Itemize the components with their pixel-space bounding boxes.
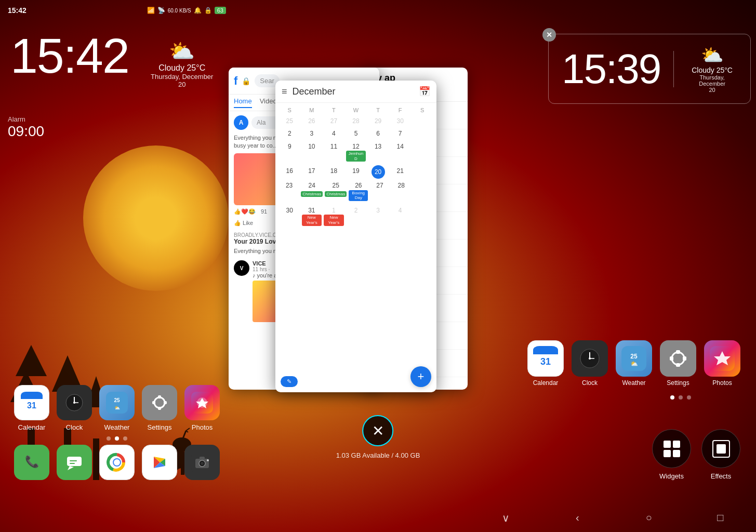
widgets-label: Widgets bbox=[659, 472, 684, 480]
dot-1 bbox=[107, 436, 111, 441]
right-close-button[interactable]: ✕ bbox=[542, 28, 556, 42]
christmas-eve-event: Christmas bbox=[301, 191, 323, 197]
right-app-weather[interactable]: 25 ⛅ Weather bbox=[616, 340, 652, 387]
right-app-clock[interactable]: Clock bbox=[572, 340, 608, 387]
home-icon: ○ bbox=[646, 512, 652, 524]
svg-rect-37 bbox=[164, 401, 167, 404]
messages-app-icon bbox=[57, 445, 92, 480]
weather-temp: Cloudy 25°C bbox=[151, 63, 213, 73]
add-event-button[interactable]: + bbox=[410, 366, 431, 387]
right-calendar-label: Calendar bbox=[533, 379, 559, 387]
nav-down-btn[interactable]: ∨ bbox=[496, 508, 516, 528]
svg-text:⛅: ⛅ bbox=[630, 360, 638, 367]
recent-icon: □ bbox=[717, 512, 723, 524]
dock-row: 📞 bbox=[0, 445, 234, 480]
app-icon-phone[interactable]: 📞 bbox=[14, 445, 49, 480]
app-icon-chrome[interactable] bbox=[99, 445, 135, 480]
widgets-button[interactable]: Widgets bbox=[652, 429, 691, 480]
calendar-header: ≡ December 📅 bbox=[275, 81, 436, 103]
wifi-icon: 📡 bbox=[157, 7, 165, 14]
right-weather-label: Weather bbox=[622, 379, 645, 387]
weather-date: Thursday, December 20 bbox=[151, 73, 213, 88]
app-icon-weather[interactable]: 25 ⛅ Weather bbox=[99, 385, 135, 431]
clock-label: Clock bbox=[66, 423, 83, 431]
right-clock-label: Clock bbox=[582, 379, 598, 387]
right-weather-temp: Cloudy 25°C bbox=[687, 66, 737, 74]
right-app-settings[interactable]: Settings bbox=[660, 340, 696, 387]
alarm-time: 09:00 bbox=[8, 123, 44, 140]
right-photos-icon bbox=[704, 340, 740, 377]
volume-icon: 🔔 bbox=[194, 7, 202, 14]
edit-bar[interactable]: ✎ bbox=[281, 376, 298, 387]
calendar-grid: S M T W T F S 25 26 27 28 29 30 2 3 bbox=[275, 103, 436, 234]
right-calendar-icon: 31 bbox=[527, 340, 564, 377]
svg-point-62 bbox=[207, 459, 209, 461]
page-dots bbox=[0, 436, 234, 441]
like-icon: 👍❤️😂 bbox=[234, 208, 256, 215]
storage-info: 1.03 GB Available / 4.00 GB bbox=[336, 451, 420, 459]
like-btn[interactable]: 👍 Like bbox=[234, 220, 253, 226]
nav-back-btn[interactable]: ‹ bbox=[567, 508, 588, 528]
app-row-1: 31 Calendar Clock bbox=[0, 385, 234, 431]
weather-app-icon: 25 ⛅ bbox=[99, 385, 135, 420]
svg-point-80 bbox=[675, 355, 681, 362]
right-app-calendar[interactable]: 31 Calendar bbox=[527, 340, 564, 387]
calendar-icon: 31 bbox=[14, 385, 49, 420]
cal-week-2: 2 3 4 5 6 7 bbox=[278, 128, 433, 139]
weather-widget: ⛅ Cloudy 25°C Thursday, December 20 bbox=[151, 39, 213, 88]
svg-rect-81 bbox=[676, 350, 680, 354]
clock-widget: 15:42 bbox=[10, 31, 129, 81]
settings-label: Settings bbox=[148, 423, 172, 431]
cal-week-5: 23 24Christmas 25Christmas 26Boxing Day … bbox=[278, 180, 433, 204]
right-weather: ⛅ Cloudy 25°C Thursday, December 20 bbox=[687, 45, 737, 93]
nav-home-btn[interactable]: ○ bbox=[639, 508, 659, 528]
status-bar: 15:42 📶 📡 60.0 KB/S 🔔 🔒 63 bbox=[0, 0, 234, 21]
calendar-today-icon[interactable]: 📅 bbox=[419, 86, 430, 97]
edit-icon: ✎ bbox=[287, 378, 291, 385]
camera-app-icon bbox=[184, 445, 220, 480]
svg-text:25: 25 bbox=[114, 397, 120, 403]
svg-text:25: 25 bbox=[630, 353, 638, 360]
cal-week-3: 9 10 11 12Jemhun D 13 14 bbox=[278, 141, 433, 165]
app-icon-calendar[interactable]: 31 Calendar bbox=[14, 385, 49, 431]
app-icon-play[interactable] bbox=[142, 445, 177, 480]
svg-text:⛅: ⛅ bbox=[114, 405, 121, 411]
home-tab[interactable]: Home bbox=[234, 97, 252, 108]
calendar-menu-icon[interactable]: ≡ bbox=[282, 86, 287, 97]
right-app-photos[interactable]: Photos bbox=[704, 340, 740, 387]
weather-icon: ⛅ bbox=[151, 39, 213, 63]
right-clock-row: 15:39 ⛅ Cloudy 25°C Thursday, December 2… bbox=[562, 45, 737, 93]
svg-rect-46 bbox=[70, 460, 77, 461]
svg-rect-35 bbox=[158, 407, 161, 410]
calendar-window[interactable]: ≡ December 📅 S M T W T F S 25 26 27 28 2… bbox=[275, 81, 436, 392]
cal-footer: + bbox=[410, 366, 431, 387]
app-icon-clock[interactable]: Clock bbox=[57, 385, 92, 431]
nav-bar-right: ∨ ‹ ○ □ bbox=[470, 503, 756, 532]
svg-text:31: 31 bbox=[27, 401, 36, 410]
speed-text: 60.0 KB/S bbox=[168, 8, 191, 14]
nav-recent-btn[interactable]: □ bbox=[710, 508, 731, 528]
browser-lock: 🔒 bbox=[242, 77, 250, 85]
effects-label: Effects bbox=[711, 472, 732, 480]
close-all-icon: ✕ bbox=[372, 422, 384, 440]
jemhun-event: Jemhun D bbox=[346, 151, 366, 162]
app-icon-messages[interactable] bbox=[57, 445, 92, 480]
browser-logo: f bbox=[234, 74, 237, 88]
close-all-button[interactable]: ✕ bbox=[363, 415, 394, 446]
photos-label: Photos bbox=[192, 423, 213, 431]
app-icon-camera[interactable] bbox=[184, 445, 220, 480]
svg-rect-88 bbox=[673, 441, 680, 448]
effects-button[interactable]: Effects bbox=[701, 429, 740, 480]
app-icon-settings[interactable]: Settings bbox=[142, 385, 177, 431]
right-apps-row: 31 Calendar Clock bbox=[527, 340, 740, 387]
right-dot-1 bbox=[670, 395, 674, 400]
svg-text:31: 31 bbox=[540, 356, 551, 367]
alarm-label: Alarm bbox=[8, 115, 44, 123]
svg-point-33 bbox=[157, 400, 162, 405]
svg-point-60 bbox=[201, 462, 204, 465]
effects-icon bbox=[701, 429, 740, 468]
right-weather-date: Thursday, December 20 bbox=[687, 74, 737, 93]
svg-rect-36 bbox=[152, 401, 155, 404]
app-icon-photos[interactable]: Photos bbox=[184, 385, 220, 431]
svg-rect-20 bbox=[21, 395, 43, 399]
